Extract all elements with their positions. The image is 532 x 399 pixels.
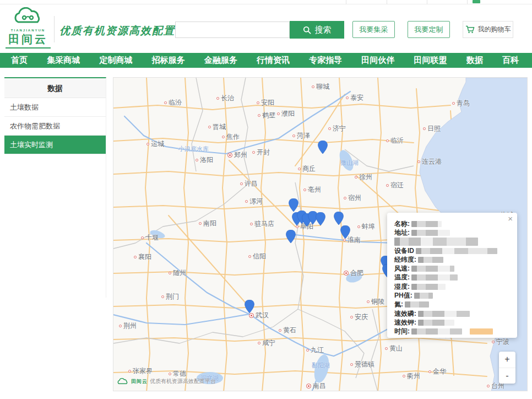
sidebar-item[interactable]: 土壤数据 (4, 98, 106, 117)
city-dot-icon (346, 96, 349, 99)
map-city: 九江 (306, 346, 324, 355)
city-label: 南昌 (313, 381, 326, 391)
nav-item-行情资讯[interactable]: 行情资讯 (257, 55, 290, 66)
city-dot-icon (199, 222, 202, 225)
city-label: 济宁 (333, 124, 346, 133)
map-city: 南阳 (199, 219, 216, 228)
city-label: 九江 (311, 346, 324, 355)
nav-item-专家指导[interactable]: 专家指导 (309, 55, 342, 66)
city-dot-icon (222, 136, 225, 138)
city-dot-icon (386, 184, 389, 187)
city-dot-icon (250, 223, 253, 225)
city-dot-icon (169, 272, 171, 274)
map-city: 临沂 (386, 136, 404, 145)
popup-row: 温度: (394, 273, 512, 282)
city-label: 十堰 (145, 233, 159, 242)
nav-item-定制商城[interactable]: 定制商城 (99, 55, 132, 66)
monitor-station-pin-icon[interactable] (316, 212, 325, 225)
map-city: 长治 (216, 94, 234, 103)
nav-item-招标服务[interactable]: 招标服务 (152, 55, 185, 66)
map-city: 安庆 (350, 312, 368, 322)
city-dot-icon (357, 225, 360, 228)
monitor-station-pin-icon[interactable] (245, 300, 254, 313)
sidebar-items: 土壤数据农作物需肥数据土壤实时监测 (4, 98, 106, 154)
nav-item-田间联盟[interactable]: 田间联盟 (414, 55, 447, 66)
city-label: 许昌 (245, 179, 258, 188)
city-dot-icon (227, 153, 232, 158)
header-divider (54, 16, 55, 42)
map-canvas[interactable]: 临汾长治安阳鹤壁濮阳聊城泰安青岛晋城焦作菏泽济宁日照临沂运城洛阳郑州开封商丘徐州… (113, 77, 528, 391)
redacted-value (411, 328, 462, 335)
city-label: 开封 (257, 148, 270, 157)
popup-field-label: 风速: (394, 264, 410, 273)
monitor-station-pin-icon[interactable] (334, 212, 344, 225)
city-label: 徐州 (359, 172, 372, 182)
redacted-value (411, 284, 446, 290)
redacted-value (411, 274, 458, 281)
close-icon[interactable]: × (508, 214, 513, 223)
map-attribution: 田间云 优质有机资源高效配置平台 (117, 378, 216, 385)
customize-button[interactable]: 我要定制 (408, 21, 450, 38)
map-city: 蚌埠 (357, 222, 375, 231)
zoom-in-button[interactable]: + (499, 352, 515, 368)
attribution-cloud-icon (117, 378, 129, 385)
monitor-station-pin-icon[interactable] (286, 230, 296, 243)
search-button-label: 搜索 (315, 25, 332, 35)
popup-row: PH值: (394, 291, 512, 300)
city-dot-icon (258, 114, 260, 117)
map-city: 襄阳 (134, 252, 151, 262)
nav-item-首页[interactable]: 首页 (11, 55, 28, 66)
city-label: 焦作 (226, 132, 240, 142)
map-city: 洛阳 (196, 155, 213, 165)
city-label: 洛阳 (200, 155, 213, 165)
map-city: 聊城 (312, 82, 329, 91)
popup-row: 经纬度: (394, 255, 512, 264)
city-label: 漯河 (249, 197, 263, 206)
city-dot-icon (350, 363, 353, 366)
city-dot-icon (119, 325, 122, 327)
search-input[interactable] (175, 21, 290, 38)
cart-button[interactable]: 我的购物车 (463, 21, 513, 38)
city-label: 景德镇 (355, 360, 374, 369)
popup-field-label: 湿度: (394, 282, 410, 292)
zoom-out-button[interactable]: - (499, 368, 515, 384)
popup-row: 速效钾: (394, 318, 512, 327)
map-city: 铜陵 (367, 297, 384, 306)
city-dot-icon (306, 384, 311, 389)
city-dot-icon (343, 239, 346, 241)
city-label: 南阳 (203, 219, 216, 228)
city-dot-icon (258, 342, 260, 344)
monitor-station-pin-icon[interactable] (318, 141, 328, 154)
popup-field-label: 地址: (394, 228, 410, 238)
map-zoom-control: + - (499, 352, 515, 384)
map-city: 黄山 (385, 344, 403, 353)
map-city: 鹤壁 (258, 111, 275, 120)
redacted-value (418, 320, 454, 326)
monitor-station-pin-icon[interactable] (289, 198, 298, 212)
map-city: 合肥 (344, 268, 363, 278)
popup-rows: 名称:地址:设备ID经纬度:风速:温度:湿度:PH值:氮:速效磷:速效钾:时间: (394, 219, 512, 336)
city-label: 濮阳 (281, 109, 295, 118)
group-buy-button[interactable]: 我要集采 (352, 21, 395, 38)
nav-item-百科[interactable]: 百科 (502, 55, 519, 66)
nav-item-金融服务[interactable]: 金融服务 (204, 55, 237, 66)
city-dot-icon (355, 176, 357, 179)
map-city: 泰安 (346, 93, 363, 103)
sidebar-item[interactable]: 农作物需肥数据 (4, 117, 106, 136)
nav-item-数据[interactable]: 数据 (466, 55, 483, 66)
redacted-value (416, 248, 497, 254)
page: TIANJIANYUN 田间云 优质有机资源高效配置平台 搜索 我要集采 我要定… (0, 0, 532, 399)
city-label: 长治 (221, 94, 234, 103)
city-label: 信阳 (253, 252, 266, 261)
search-button[interactable]: 搜索 (290, 21, 344, 39)
monitor-station-pin-icon[interactable] (340, 225, 350, 239)
sidebar-item[interactable]: 土壤实时监测 (4, 136, 106, 154)
city-dot-icon (328, 127, 331, 130)
city-dot-icon (452, 102, 455, 105)
map-city: 荆州 (119, 321, 137, 331)
water-label: 小浪底水库 (178, 145, 209, 153)
nav-item-集采商城[interactable]: 集采商城 (47, 55, 80, 66)
brand-logo[interactable]: TIANJIANYUN 田间云 (6, 7, 51, 48)
city-label: 宿迁 (390, 181, 404, 190)
nav-item-田间伙伴[interactable]: 田间伙伴 (361, 55, 394, 66)
